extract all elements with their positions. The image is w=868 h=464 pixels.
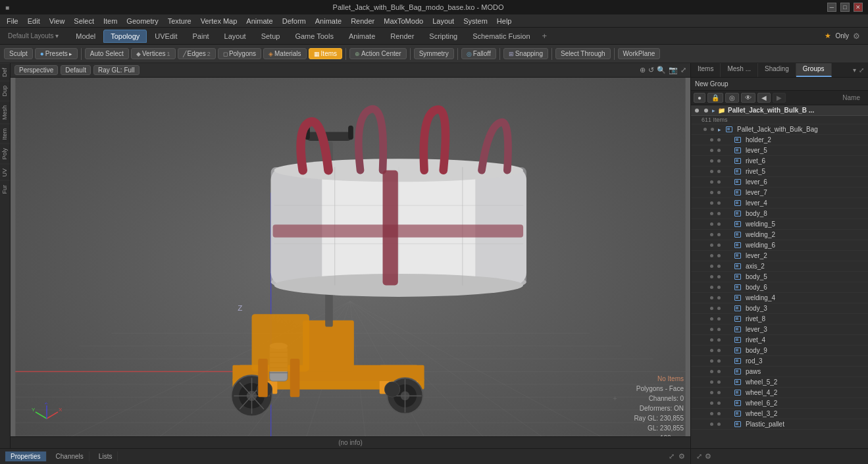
viewport-render-label[interactable]: Ray GL: Full	[93, 65, 140, 75]
viewport-3d[interactable]: Perspective Default Ray GL: Full ⊕ ↺ 🔍 📷…	[11, 63, 690, 448]
menu-vertexmap[interactable]: Vertex Map	[197, 16, 242, 26]
tree-item[interactable]: body_9	[691, 346, 868, 356]
action-center-button[interactable]: ⊕ Action Center	[349, 48, 407, 59]
viewport-search-icon[interactable]: 🔍	[657, 66, 666, 74]
tree-vis-toggle[interactable]: ●	[694, 93, 705, 103]
tab-gametools[interactable]: Game Tools	[288, 30, 341, 43]
bp-tab-lists[interactable]: Lists	[93, 451, 118, 461]
menu-system[interactable]: System	[459, 16, 492, 26]
menu-animate[interactable]: Animate	[242, 16, 276, 26]
polygons-button[interactable]: ◻ Polygons	[218, 48, 261, 59]
menu-texture[interactable]: Texture	[164, 16, 195, 26]
tree-item[interactable]: rivet_6	[691, 156, 868, 167]
tree-item[interactable]: lever_7	[691, 188, 868, 198]
tree-lock-toggle[interactable]: 🔒	[707, 93, 723, 103]
menu-select[interactable]: Select	[70, 16, 98, 26]
tree-item[interactable]: body_5	[691, 272, 868, 282]
rp-tab-items[interactable]: Items	[691, 63, 721, 77]
tree-nav-back[interactable]: ◀	[757, 93, 771, 103]
menu-layout[interactable]: Layout	[428, 16, 458, 26]
autoselect-button[interactable]: Auto Select	[85, 48, 129, 59]
tab-uvedit[interactable]: UVEdit	[147, 30, 184, 43]
tab-paint[interactable]: Paint	[186, 30, 217, 43]
menu-deform[interactable]: Deform	[278, 16, 310, 26]
tree-item[interactable]: Plastic_pallet	[691, 419, 868, 430]
root-expand-icon[interactable]: ▸	[712, 107, 715, 114]
left-tab-poly[interactable]: Poly	[0, 143, 10, 164]
symmetry-button[interactable]: Symmetry	[414, 48, 454, 59]
tab-topology[interactable]: Topology	[103, 30, 147, 43]
tree-item[interactable]: rivet_4	[691, 335, 868, 346]
bp-tab-properties[interactable]: Properties	[5, 451, 47, 461]
left-tab-mesh[interactable]: Mesh	[0, 101, 10, 124]
tree-item[interactable]: welding_6	[691, 240, 868, 251]
bp-settings-right-icon[interactable]: ⚙	[705, 452, 711, 461]
tree-item[interactable]: lever_6	[691, 177, 868, 188]
tab-schematic[interactable]: Schematic Fusion	[465, 30, 537, 43]
vertices-button[interactable]: ◆ Vertices 1	[131, 48, 176, 59]
tab-render[interactable]: Render	[383, 30, 421, 43]
viewport-camera-icon[interactable]: 📷	[669, 66, 678, 74]
workplane-button[interactable]: WorkPlane	[618, 48, 661, 59]
rp-expand-icon[interactable]: ⤢	[859, 66, 864, 74]
presets-button[interactable]: ● Presets ▸	[35, 48, 78, 59]
tree-item[interactable]: welding_5	[691, 219, 868, 230]
tree-item[interactable]: axis_2	[691, 261, 868, 272]
tree-item[interactable]: rod_3	[691, 356, 868, 367]
rp-tab-shading[interactable]: Shading	[758, 63, 796, 77]
tree-item[interactable]: body_8	[691, 209, 868, 219]
tree-item[interactable]: wheel_4_2	[691, 388, 868, 398]
viewport-rotate-icon[interactable]: ↺	[648, 66, 654, 74]
tree-content[interactable]: ▸ 📁 Pallet_Jack_with_Bulk_B ... 611 Item…	[691, 105, 868, 448]
tree-item[interactable]: welding_4	[691, 293, 868, 303]
left-tab-uv[interactable]: UV	[0, 164, 10, 181]
tree-item[interactable]: paws	[691, 367, 868, 377]
left-tab-dup[interactable]: Dup	[0, 81, 10, 101]
menu-help[interactable]: Help	[493, 16, 516, 26]
viewport-default-label[interactable]: Default	[61, 65, 91, 75]
tree-item[interactable]: welding_2	[691, 230, 868, 240]
left-tab-fur[interactable]: Fur	[0, 180, 10, 198]
select-through-button[interactable]: Select Through	[555, 48, 611, 59]
tree-item[interactable]: lever_4	[691, 198, 868, 209]
menu-render[interactable]: Render	[347, 16, 378, 26]
edges-button[interactable]: ╱ Edges 2	[178, 48, 216, 59]
new-tab-button[interactable]: +	[538, 29, 551, 43]
menu-file[interactable]: File	[3, 16, 22, 26]
materials-button[interactable]: ◈ Materials	[263, 48, 307, 59]
settings-icon[interactable]: ⚙	[853, 32, 860, 41]
viewport-perspective-label[interactable]: Perspective	[14, 65, 58, 75]
menu-edit[interactable]: Edit	[24, 16, 44, 26]
menu-animate2[interactable]: Animate	[311, 16, 345, 26]
tree-item[interactable]: wheel_3_2	[691, 409, 868, 419]
maximize-button[interactable]: □	[840, 3, 850, 12]
close-button[interactable]: ✕	[854, 3, 863, 12]
tab-model[interactable]: Model	[68, 30, 103, 43]
layouts-dropdown[interactable]: Default Layouts ▾	[8, 32, 59, 39]
tab-animate[interactable]: Animate	[342, 30, 382, 43]
3d-scene[interactable]: Z	[11, 78, 690, 448]
tree-item[interactable]: holder_2	[691, 135, 868, 145]
tab-setup[interactable]: Setup	[254, 30, 288, 43]
minimize-button[interactable]: ─	[827, 3, 836, 12]
snapping-button[interactable]: ⊞ Snapping	[503, 48, 548, 59]
tree-item[interactable]: ▸Pallet_Jack_with_Bulk_Bag	[691, 124, 868, 135]
tree-item[interactable]: body_6	[691, 282, 868, 293]
items-button[interactable]: ▦ Items	[309, 48, 342, 59]
menu-item[interactable]: Item	[99, 16, 121, 26]
viewport-add-icon[interactable]: ⊕	[640, 66, 646, 74]
menu-view[interactable]: View	[45, 16, 69, 26]
sculpt-button[interactable]: Sculpt	[4, 48, 33, 59]
tab-scripting[interactable]: Scripting	[422, 30, 465, 43]
falloff-button[interactable]: ◎ Falloff	[461, 48, 496, 59]
tree-item[interactable]: wheel_5_2	[691, 377, 868, 388]
menu-maxtomodo[interactable]: MaxToModo	[380, 16, 427, 26]
viewport-expand-icon[interactable]: ⤢	[680, 66, 686, 74]
tab-layout[interactable]: Layout	[217, 30, 253, 43]
menu-geometry[interactable]: Geometry	[122, 16, 162, 26]
bp-expand-icon[interactable]: ⤢	[669, 452, 675, 461]
tree-item[interactable]: lever_5	[691, 145, 868, 156]
rp-dropdown-icon[interactable]: ▾	[853, 66, 856, 74]
left-tab-default[interactable]: Def	[0, 63, 10, 81]
expand-icon[interactable]: ▸	[718, 126, 721, 133]
